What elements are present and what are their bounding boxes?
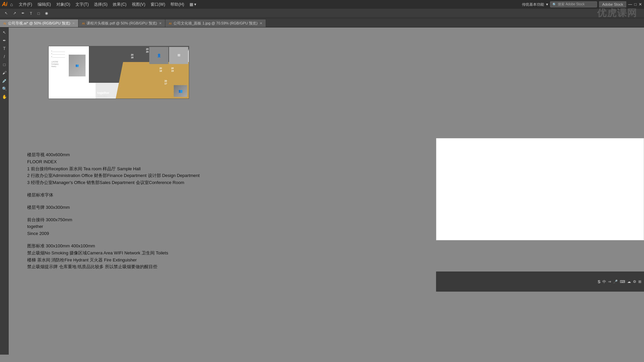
preview-white-panel: ▪ ___________ ▪ ___________ ▪ __________… (49, 46, 96, 99)
year-2019: 2019 (171, 67, 174, 73)
graphic-items-label: 禁止吸烟No Smoking 摄像区域Camera Area WIFI Netw… (27, 250, 200, 257)
menu-effect[interactable]: 效果(C) (110, 0, 129, 9)
preview-list: ▪ ___________ ▪ ___________ ▪ __________… (51, 50, 65, 68)
document-preview: ▪ ___________ ▪ ___________ ▪ __________… (48, 46, 189, 99)
tool-pen[interactable]: ✒ (19, 10, 26, 16)
tool-line[interactable]: / (1, 53, 8, 60)
reception-section: 前台接待 3000x750mm together Since 2009 (27, 217, 200, 237)
tool-arrow[interactable]: ↖ (1, 29, 8, 36)
menu-window[interactable]: 窗口(W) (148, 0, 168, 9)
toolbar-right: 传统基本功能 ▾ 🔍 搜索 Adobe Stock Adobe Stock — … (522, 1, 642, 7)
preview-canvas: ▪ ___________ ▪ ___________ ▪ __________… (49, 46, 189, 99)
mode-selector[interactable]: ▦ ▾ (187, 0, 199, 9)
tab-bar: Ai 公司导视.ai* @ 50% (RGB/GPU 预览) ✕ Ai 课程片头… (0, 18, 644, 27)
since-label: Since 2009 (27, 230, 200, 237)
adobe-stock-button[interactable]: Adobe Stock (599, 1, 626, 7)
preview-since-text: since 2008 (97, 95, 107, 97)
settings-icon: ⚙ (633, 280, 636, 284)
menu-help[interactable]: 帮助(H) (168, 0, 187, 9)
floor-line-3: 3 经理办公室Manager's Office 销售部Sales Departm… (27, 179, 200, 186)
tab-close-2[interactable]: ✕ (159, 21, 162, 25)
menu-view[interactable]: 视图(V) (129, 0, 148, 9)
graphic-items2-label: 楼梯 茶水间 消防栓Fire Hydrant 灭火器 Fire Extingui… (27, 257, 200, 264)
ai-logo: Ai (2, 1, 7, 7)
text-content-area: 楼层导视 400x600mm FLOOR INDEX 1 前台接待Recepti… (27, 152, 200, 276)
close-btn[interactable]: ✕ (639, 2, 642, 7)
tab-label-1: 公司导视.ai* @ 50% (RGB/GPU 预览) (8, 21, 70, 26)
year-2020: 2020 (146, 48, 149, 54)
expand-icon: ⊞ (638, 280, 641, 284)
floor-sign-section: 楼层号牌 300x300mm (27, 204, 200, 211)
tool-select[interactable]: ↖ (3, 10, 10, 16)
preview-photos: 👤 🖼 (149, 46, 189, 65)
floor-index-subtitle: FLOOR INDEX (27, 159, 200, 166)
tab-close-3[interactable]: ✕ (260, 21, 262, 25)
arrow-icon: ⇒ (608, 280, 611, 284)
stock-search[interactable]: 🔍 搜索 Adobe Stock (550, 1, 597, 7)
tool-paint[interactable]: 🖌 (1, 69, 8, 76)
year-2018: 2018 (159, 67, 162, 73)
tool-rect[interactable]: □ (1, 61, 8, 68)
main-content: ▪ ___________ ▪ ___________ ▪ __________… (9, 27, 644, 355)
tool-shape[interactable]: □ (36, 11, 42, 16)
tool-text2[interactable]: T (1, 45, 8, 52)
preview-photo-placeholder: 👥 (69, 55, 86, 76)
graphic-label: 图形标准 300x100mm 400x100mm (27, 243, 200, 250)
dark-panel-right: S 中 ⇒ 🎤 ⌨ ☁ ⚙ ⊞ (436, 272, 644, 292)
together-label: together (27, 223, 200, 230)
floor-font-label: 楼层标准字体 (27, 192, 200, 199)
home-icon: ⌂ (10, 2, 13, 7)
tab-label-2: 课程片头模板.pdf @ 50% (RGB/GPU 预览) (87, 21, 157, 26)
left-toolbar: ↖ ✒ T / □ 🖌 💉 🔍 ✋ (0, 27, 9, 355)
floor-line-2: 2 行政办公室Administration Office 财务部Finance … (27, 172, 200, 179)
white-panel-right (436, 138, 644, 240)
floor-index-title: 楼层导视 400x600mm (27, 152, 200, 159)
tool-direct-select[interactable]: ↗ (11, 10, 18, 16)
dropdown-arrow[interactable]: ▾ (546, 2, 548, 7)
secondary-toolbar: ↖ ↗ ✒ T □ ◉ (0, 9, 644, 18)
preview-together-text: together (97, 91, 109, 95)
keyboard-icon: ⌨ (620, 280, 625, 284)
tool-eyedrop[interactable]: 💉 (1, 77, 8, 84)
reception-label: 前台接待 3000x750mm (27, 217, 200, 224)
photo2: 🖼 (169, 47, 188, 64)
sogou-icon: S (598, 279, 600, 284)
menu-file[interactable]: 文件(F) (16, 0, 35, 9)
year-2017: 2017 (164, 80, 167, 85)
tool-fill[interactable]: ◉ (43, 10, 50, 16)
system-tray: S 中 ⇒ 🎤 ⌨ ☁ ⚙ ⊞ (598, 279, 641, 284)
tool-zoom[interactable]: 🔍 (1, 85, 8, 93)
mic-icon: 🎤 (613, 280, 618, 284)
restore-btn[interactable]: □ (634, 2, 637, 7)
menu-edit[interactable]: 编辑(E) (35, 0, 54, 9)
floor-sign-label: 楼层号牌 300x300mm (27, 204, 200, 211)
tab-close-1[interactable]: ✕ (72, 21, 75, 25)
menu-select[interactable]: 选择(S) (91, 0, 110, 9)
tool-hand[interactable]: ✋ (1, 93, 8, 101)
floor-index-section: 楼层导视 400x600mm FLOOR INDEX 1 前台接待Recepti… (27, 152, 200, 186)
menu-text[interactable]: 文字(T) (73, 0, 91, 9)
graphic-items3-label: 禁止吸烟提示牌 仓库重地 纸质品比较多 所以禁止吸烟要做的醒目些 (27, 263, 200, 270)
cloud-icon: ☁ (627, 280, 631, 284)
tab-ppt[interactable]: Ai 课程片头模板.pdf @ 50% (RGB/GPU 预览) ✕ (78, 19, 165, 27)
tool-pen2[interactable]: ✒ (1, 37, 8, 44)
photo1: 👤 (149, 47, 168, 64)
menu-bar: Ai ⌂ 文件(F) 编辑(E) 对象(O) 文字(T) 选择(S) 效果(C)… (0, 0, 644, 9)
menu-object[interactable]: 对象(O) (54, 0, 73, 9)
floor-font-section: 楼层标准字体 (27, 192, 200, 199)
year-2016: 2016 (131, 54, 133, 59)
tool-text[interactable]: T (28, 11, 34, 16)
tab-guidao[interactable]: Ai 公司导视.ai* @ 50% (RGB/GPU 预览) ✕ (0, 19, 78, 27)
preview-photo-bottom: 👥 (174, 85, 187, 97)
feature-label: 传统基本功能 (522, 2, 544, 7)
minimize-btn[interactable]: — (628, 2, 632, 7)
lang-icon: 中 (602, 279, 606, 284)
graphic-section: 图形标准 300x100mm 400x100mm 禁止吸烟No Smoking … (27, 243, 200, 270)
tab-img[interactable]: Ai 公司文化墙_面板 1.jpg @ 70.59% (RGB/GPU 预览) … (165, 19, 266, 27)
floor-line-1: 1 前台接待Reception 茶水间 Tea room 样品厅 Sample … (27, 166, 200, 173)
canvas-area: ↖ ✒ T / □ 🖌 💉 🔍 ✋ ▪ ___________ ▪ ______… (0, 27, 644, 355)
tab-label-3: 公司文化墙_面板 1.jpg @ 70.59% (RGB/GPU 预览) (173, 21, 258, 26)
